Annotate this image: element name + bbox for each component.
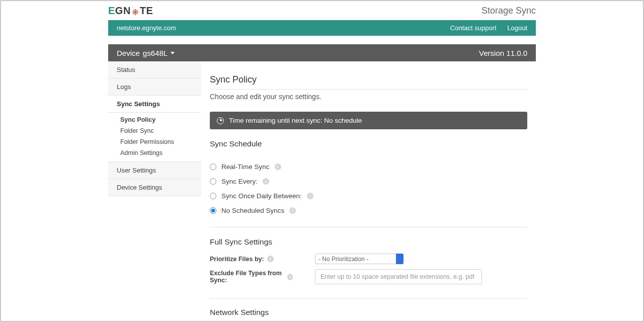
radio-row-every[interactable]: Sync Every: i <box>210 174 527 189</box>
device-selector[interactable]: Device gs648L <box>117 49 175 57</box>
sidebar-item-sync-settings[interactable]: Sync Settings <box>108 96 201 113</box>
header: EGN TE Storage Sync <box>108 1 536 20</box>
clock-icon <box>217 117 224 124</box>
device-bar: Device gs648L Version 11.0.0 <box>108 44 536 61</box>
sidebar-item-user-settings[interactable]: User Settings <box>108 162 201 179</box>
exclude-label: Exclude File Types from Sync: <box>210 270 284 284</box>
device-prefix: Device <box>117 49 140 57</box>
page-subtitle: Choose and edit your sync settings. <box>210 93 527 101</box>
sidebar-sub-folder-permissions[interactable]: Folder Permissions <box>120 136 201 147</box>
chevron-down-icon <box>171 52 175 54</box>
sync-schedule-title: Sync Schedule <box>210 139 527 148</box>
sidebar-item-device-settings[interactable]: Device Settings <box>108 179 201 196</box>
prioritize-select[interactable]: - No Prioritization - <box>315 254 404 264</box>
radio-every[interactable] <box>210 178 216 185</box>
version-label: Version 11.0.0 <box>479 49 527 57</box>
divider <box>210 298 527 299</box>
device-name: gs648L <box>143 49 168 57</box>
info-icon[interactable]: i <box>263 178 269 185</box>
exclude-input[interactable] <box>315 269 482 284</box>
radio-daily[interactable] <box>210 193 216 199</box>
network-settings-title: Network Settings <box>210 308 527 317</box>
info-icon[interactable]: i <box>307 193 313 199</box>
egnyte-logo: EGN TE <box>108 5 153 17</box>
sidebar-item-logs[interactable]: Logs <box>108 78 201 96</box>
radio-none[interactable] <box>210 207 216 214</box>
radio-none-label: No Scheduled Syncs <box>221 207 284 214</box>
radio-daily-label: Sync Once Daily Between: <box>221 192 302 200</box>
contact-support-link[interactable]: Contact support <box>450 24 497 32</box>
logo-star-icon <box>131 7 139 15</box>
radio-realtime[interactable] <box>210 164 216 170</box>
product-name: Storage Sync <box>481 6 536 16</box>
divider <box>210 227 527 227</box>
radio-realtime-label: Real-Time Sync <box>221 163 270 171</box>
prioritize-label: Prioritize Files by: <box>210 256 264 263</box>
svg-point-0 <box>134 11 136 13</box>
info-icon[interactable]: i <box>287 274 293 280</box>
sidebar-sub: Sync Policy Folder Sync Folder Permissio… <box>108 113 201 162</box>
sidebar-sub-folder-sync[interactable]: Folder Sync <box>120 125 201 136</box>
radio-row-daily[interactable]: Sync Once Daily Between: i <box>210 189 527 203</box>
info-icon[interactable]: i <box>267 256 274 262</box>
main-panel: Sync Policy Choose and edit your sync se… <box>201 61 536 321</box>
logout-link[interactable]: Logout <box>507 24 527 32</box>
prioritize-row: Prioritize Files by: i - No Prioritizati… <box>210 254 527 264</box>
sidebar-sub-admin-settings[interactable]: Admin Settings <box>120 147 201 158</box>
radio-every-label: Sync Every: <box>221 178 258 185</box>
radio-row-realtime[interactable]: Real-Time Sync i <box>210 159 527 174</box>
full-sync-title: Full Sync Settings <box>210 237 527 247</box>
info-icon[interactable]: i <box>289 207 296 214</box>
banner-text: Time remaining until next sync: No sched… <box>229 117 362 124</box>
sidebar-item-status[interactable]: Status <box>108 61 201 78</box>
next-sync-banner: Time remaining until next sync: No sched… <box>210 112 527 129</box>
exclude-row: Exclude File Types from Sync: i <box>210 269 527 284</box>
page-title: Sync Policy <box>210 74 527 90</box>
info-icon[interactable]: i <box>275 164 281 170</box>
sidebar: Status Logs Sync Settings Sync Policy Fo… <box>108 61 201 321</box>
radio-row-none[interactable]: No Scheduled Syncs i <box>210 203 527 218</box>
prioritize-select-wrap[interactable]: - No Prioritization - <box>315 254 404 264</box>
sidebar-sub-sync-policy[interactable]: Sync Policy <box>120 114 201 125</box>
top-bar: netstore.egnyte.com Contact support Logo… <box>108 20 536 36</box>
domain-label: netstore.egnyte.com <box>117 24 176 32</box>
